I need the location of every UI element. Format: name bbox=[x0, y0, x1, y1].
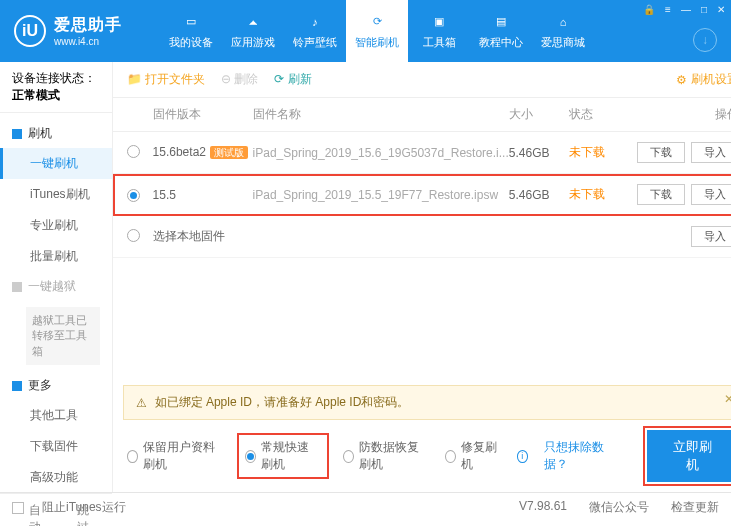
nav-apps[interactable]: ⏶应用游戏 bbox=[222, 0, 284, 62]
version-label: V7.98.61 bbox=[519, 499, 567, 516]
start-flash-button[interactable]: 立即刷机 bbox=[647, 430, 731, 482]
titlebar: iU 爱思助手 www.i4.cn ▭我的设备 ⏶应用游戏 ♪铃声壁纸 ⟳智能刷… bbox=[0, 0, 731, 62]
logo-icon: iU bbox=[14, 15, 46, 47]
nav-flash[interactable]: ⟳智能刷机 bbox=[346, 0, 408, 62]
open-folder-button[interactable]: 📁 打开文件夹 bbox=[127, 71, 205, 88]
jailbreak-note: 越狱工具已转移至工具箱 bbox=[26, 307, 100, 365]
appleid-alert: ⚠ 如已绑定 Apple ID，请准备好 Apple ID和密码。 ✕ bbox=[123, 385, 731, 420]
table-header: 固件版本 固件名称 大小 状态 操作 bbox=[113, 98, 731, 132]
alert-close-icon[interactable]: ✕ bbox=[724, 392, 731, 406]
window-controls: 🔒 ≡ — □ ✕ bbox=[643, 4, 725, 15]
group-more[interactable]: 更多 bbox=[0, 371, 112, 400]
toolbox-icon: ▣ bbox=[430, 13, 448, 31]
refresh-button[interactable]: ⟳ 刷新 bbox=[274, 71, 311, 88]
phone-icon: ▭ bbox=[182, 13, 200, 31]
sidebar-item-other[interactable]: 其他工具 bbox=[0, 400, 112, 431]
flash-settings-button[interactable]: ⚙ 刷机设置 bbox=[676, 71, 731, 88]
nav-tutorials[interactable]: ▤教程中心 bbox=[470, 0, 532, 62]
refresh-icon: ⟳ bbox=[368, 13, 386, 31]
main-panel: 📁 打开文件夹 ⊖ 删除 ⟳ 刷新 ⚙ 刷机设置 固件版本 固件名称 大小 状态… bbox=[113, 62, 731, 492]
opt-repair[interactable]: 修复刷机 bbox=[445, 439, 501, 473]
music-icon: ♪ bbox=[306, 13, 324, 31]
flash-options: 保留用户资料刷机 常规快速刷机 防数据恢复刷机 修复刷机 i 只想抹除数据？ 立… bbox=[113, 420, 731, 492]
book-icon: ▤ bbox=[492, 13, 510, 31]
sidebar-item-download-fw[interactable]: 下载固件 bbox=[0, 431, 112, 462]
logo-area: iU 爱思助手 www.i4.cn bbox=[0, 0, 160, 62]
opt-anti-recovery[interactable]: 防数据恢复刷机 bbox=[343, 439, 429, 473]
sidebar: 设备连接状态：正常模式 刷机 一键刷机 iTunes刷机 专业刷机 批量刷机 一… bbox=[0, 62, 113, 492]
sidebar-item-batch[interactable]: 批量刷机 bbox=[0, 241, 112, 272]
sidebar-item-oneclick[interactable]: 一键刷机 bbox=[0, 148, 112, 179]
block-itunes-checkbox[interactable] bbox=[12, 502, 24, 514]
erase-link[interactable]: 只想抹除数据？ bbox=[544, 439, 615, 473]
download-indicator-icon[interactable]: ↓ bbox=[693, 28, 717, 52]
firmware-row[interactable]: 15.5 iPad_Spring_2019_15.5_19F77_Restore… bbox=[113, 174, 731, 216]
nav-toolbox[interactable]: ▣工具箱 bbox=[408, 0, 470, 62]
firmware-row[interactable]: 15.6beta2测试版 iPad_Spring_2019_15.6_19G50… bbox=[113, 132, 731, 174]
toolbar: 📁 打开文件夹 ⊖ 删除 ⟳ 刷新 ⚙ 刷机设置 bbox=[113, 62, 731, 98]
sidebar-item-advanced[interactable]: 高级功能 bbox=[0, 462, 112, 493]
group-flash[interactable]: 刷机 bbox=[0, 119, 112, 148]
main-nav: ▭我的设备 ⏶应用游戏 ♪铃声壁纸 ⟳智能刷机 ▣工具箱 ▤教程中心 ⌂爱思商城 bbox=[160, 0, 594, 62]
local-firmware-row[interactable]: 选择本地固件 导入 bbox=[113, 216, 731, 258]
nav-store[interactable]: ⌂爱思商城 bbox=[532, 0, 594, 62]
row-radio[interactable] bbox=[127, 229, 140, 242]
info-icon[interactable]: i bbox=[517, 450, 528, 463]
import-button[interactable]: 导入 bbox=[691, 142, 731, 163]
maximize-icon[interactable]: □ bbox=[701, 4, 707, 15]
beta-tag: 测试版 bbox=[210, 146, 248, 159]
menu-icon[interactable]: ≡ bbox=[665, 4, 671, 15]
app-name: 爱思助手 bbox=[54, 15, 122, 36]
download-button[interactable]: 下载 bbox=[637, 142, 685, 163]
opt-normal[interactable]: 常规快速刷机 bbox=[239, 435, 327, 477]
cart-icon: ⌂ bbox=[554, 13, 572, 31]
connection-status: 设备连接状态：正常模式 bbox=[0, 62, 112, 113]
warning-icon: ⚠ bbox=[136, 396, 147, 410]
app-icon: ⏶ bbox=[244, 13, 262, 31]
close-icon[interactable]: ✕ bbox=[717, 4, 725, 15]
lock-icon[interactable]: 🔒 bbox=[643, 4, 655, 15]
nav-ringtones[interactable]: ♪铃声壁纸 bbox=[284, 0, 346, 62]
check-update-link[interactable]: 检查更新 bbox=[671, 499, 719, 516]
import-button[interactable]: 导入 bbox=[691, 226, 731, 247]
row-radio[interactable] bbox=[127, 189, 140, 202]
group-jailbreak[interactable]: 一键越狱 bbox=[0, 272, 112, 301]
delete-button[interactable]: ⊖ 删除 bbox=[221, 71, 258, 88]
import-button[interactable]: 导入 bbox=[691, 184, 731, 205]
opt-keep-data[interactable]: 保留用户资料刷机 bbox=[127, 439, 223, 473]
nav-my-device[interactable]: ▭我的设备 bbox=[160, 0, 222, 62]
sidebar-item-itunes[interactable]: iTunes刷机 bbox=[0, 179, 112, 210]
app-url: www.i4.cn bbox=[54, 36, 122, 47]
row-radio[interactable] bbox=[127, 145, 140, 158]
sidebar-item-pro[interactable]: 专业刷机 bbox=[0, 210, 112, 241]
wechat-link[interactable]: 微信公众号 bbox=[589, 499, 649, 516]
minimize-icon[interactable]: — bbox=[681, 4, 691, 15]
download-button[interactable]: 下载 bbox=[637, 184, 685, 205]
